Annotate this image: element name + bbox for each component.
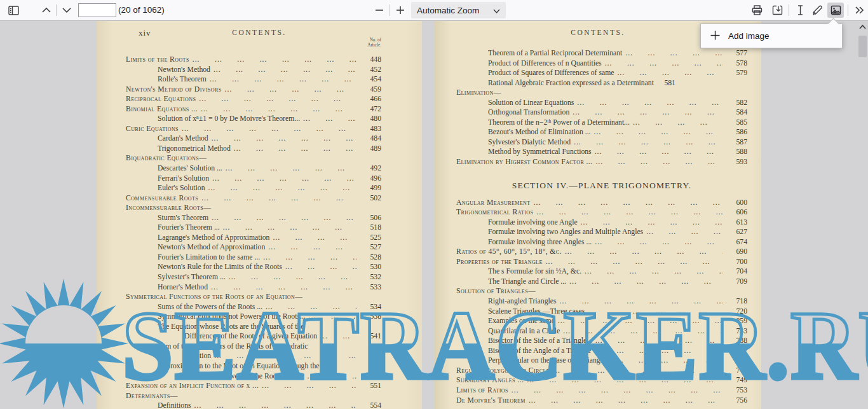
dot-leader — [594, 346, 722, 356]
toc-entry-title: Solution of xⁿ±1 = 0 by De Moivre's Theo… — [158, 114, 300, 124]
scrollbar-thumb[interactable] — [858, 36, 867, 57]
toc-entry-number: 718 — [726, 296, 747, 307]
page-count-label: (20 of 1062) — [118, 5, 165, 15]
toc-entry-number: 538 — [360, 312, 381, 322]
toc-entry-number: 742 — [726, 346, 747, 356]
toc-entry-number: 613 — [726, 218, 747, 228]
dot-leader — [588, 307, 722, 317]
toc-entry-title: Rational Algebraic Fraction expressed as… — [488, 78, 654, 88]
toc-entry-number: 496 — [360, 174, 381, 184]
double-chevron-icon — [855, 6, 864, 14]
toc-entry-title: Scalene Triangles.—Three cases — [488, 307, 585, 317]
more-tools-button[interactable] — [851, 3, 867, 18]
toc-row: Determinants— — [126, 391, 381, 401]
plus-icon — [397, 6, 404, 14]
toc-entry-number: 528 — [360, 253, 381, 263]
toc-row: Horner's Method533 — [126, 282, 381, 293]
dot-leader — [212, 213, 356, 223]
page-number-input[interactable] — [78, 3, 116, 17]
toc-row: Solution of xⁿ±1 = 0 by De Moivre's Theo… — [126, 114, 381, 124]
draw-tool-button[interactable] — [810, 3, 826, 18]
dot-leader — [234, 144, 356, 154]
toc-entry-number: 606 — [726, 207, 747, 218]
toc-row: Regular Polygon and Circle746 — [456, 366, 747, 376]
toc-entry-title: Commensurable Roots — [126, 193, 198, 204]
toc-entry-number: 499 — [360, 183, 381, 193]
toc-entry-title: Bezout's Method of Elimination ... — [488, 127, 591, 137]
dot-leader — [585, 267, 722, 277]
toc-row: Orthogonal Transformation584 — [456, 107, 747, 118]
add-image-menu-item[interactable]: Add image — [701, 31, 842, 42]
print-button[interactable] — [749, 3, 765, 18]
dot-leader — [266, 302, 356, 312]
dot-leader — [208, 183, 356, 193]
toc-entry-title: Fourier's Limitation to the same ... — [158, 253, 260, 263]
toc-entry-number: 541 — [360, 331, 381, 342]
toc-entry-title: Elimination— — [456, 88, 501, 98]
toc-entry-number: 532 — [360, 272, 381, 282]
scroll-up-icon[interactable] — [858, 23, 867, 32]
toc-entry-number: 586 — [726, 127, 747, 137]
toc-entry-title: Rolle's Theorem — [158, 74, 207, 85]
toc-row: Product of Squares of Differences of sam… — [456, 68, 747, 78]
toc-entry-number: 584 — [726, 107, 747, 118]
sidebar-toggle-icon — [8, 6, 19, 15]
chevron-down-icon — [62, 8, 71, 13]
dot-leader — [182, 124, 356, 134]
toc-row: The Triangle and Circle ...709 — [456, 277, 747, 287]
toc-entry-number: 525 — [360, 233, 381, 243]
zoom-in-button[interactable] — [392, 3, 409, 18]
toc-entry-title: Quadrilateral in a Circle — [488, 326, 560, 336]
dot-leader — [558, 316, 722, 326]
toc-entry-title: Sylvester's Dialytic Method — [488, 137, 571, 148]
save-button[interactable] — [769, 3, 785, 18]
next-page-button[interactable] — [58, 3, 75, 18]
toc-entry-title: Horner's Method — [158, 282, 208, 293]
toc-row: Fourier's Theorem ...518 — [126, 223, 381, 233]
toc-entry-title: The Triangle and Circle ... — [488, 277, 566, 287]
toc-row: Equation545 — [126, 351, 381, 361]
dot-leader — [559, 296, 722, 307]
dot-leader — [595, 147, 722, 157]
zoom-out-button[interactable] — [371, 3, 388, 18]
zoom-select[interactable]: Automatic Zoom — [411, 2, 506, 18]
toc-row: The s Formulæ for sin ½A, &c.704 — [456, 267, 747, 277]
toc-row: Subsidiary Angles ...749 — [456, 375, 747, 385]
sidebar-toggle-button[interactable] — [5, 3, 22, 18]
dot-leader — [633, 118, 722, 128]
text-tool-button[interactable] — [792, 3, 808, 18]
toc-entry-title: Method by Symmetrical Functions — [488, 147, 592, 157]
toc-entry-number: 492 — [360, 163, 381, 174]
toc-row: Ferrari's Solution496 — [126, 174, 381, 184]
toc-entry-number: 720 — [726, 307, 747, 317]
toc-entry-title: Differences of the Roots of a given Equa… — [184, 331, 317, 342]
dot-leader — [273, 233, 356, 243]
dot-leader — [617, 68, 722, 78]
toc-row: De Moivre's Theorem756 — [456, 396, 747, 406]
dot-leader — [536, 207, 722, 218]
previous-page-button[interactable] — [38, 3, 55, 18]
toc-row: Definitions554 — [126, 401, 381, 409]
page-right[interactable]: CONTENTS. xv No. of Article. Theorem of … — [435, 20, 761, 409]
ibeam-icon — [796, 5, 804, 15]
dot-leader — [546, 257, 722, 267]
toc-row: Cardan's Method484 — [126, 134, 381, 144]
toc-entry-title: Bisector of the Angle of a Triangle — [488, 346, 591, 356]
image-tool-menu: Add image — [700, 24, 843, 48]
page-left[interactable]: xiv CONTENTS. No. of Article. Limits of … — [97, 20, 422, 409]
toc-entry-title: Ratios of 45°, 60°, 15°, 18°, &c. — [456, 247, 562, 257]
vertical-scrollbar — [857, 20, 868, 409]
toc-entry-title: Sums of the Powers of the Roots ... — [158, 302, 262, 312]
toc-entry-title: Biquadratic Equations— — [126, 153, 207, 163]
toc-row: Elimination by Highest Common Factor ...… — [456, 157, 747, 167]
toc-entry-title: Reciprocal Equations — [126, 94, 196, 104]
toc-row: Approximation to the Root of an Equation… — [126, 361, 381, 371]
toc-entry-number: 577 — [726, 48, 747, 59]
dot-leader — [214, 351, 356, 361]
dot-leader — [212, 174, 356, 184]
toc-row: Newton's Method of Approximation527 — [126, 242, 381, 253]
toc-row: Biquadratic Equations— — [126, 153, 381, 163]
image-tool-button[interactable] — [827, 3, 844, 18]
toc-row: Expansion of an Implicit Function of x .… — [126, 381, 381, 391]
toc-entry-title: Properties of the Triangle — [456, 257, 543, 267]
